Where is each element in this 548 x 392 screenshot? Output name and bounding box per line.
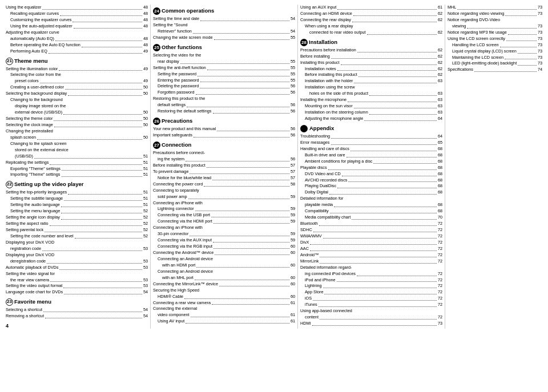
- toc-dots: [64, 196, 142, 201]
- toc-page-num: 64: [438, 116, 442, 122]
- toc-label: iOS: [305, 296, 312, 302]
- section-number: 24: [153, 7, 160, 15]
- toc-label: Changing the preinstalled: [6, 128, 53, 135]
- toc-label: connected to rear video output: [309, 30, 366, 36]
- toc-page-num: 50: [143, 84, 148, 91]
- section-title: Setting up the video player: [14, 181, 83, 187]
- toc-item: Troubleshooting64: [300, 134, 442, 140]
- toc-dots: [357, 47, 437, 52]
- toc-label: iTunes: [305, 302, 317, 308]
- toc-label: Media compatibility chart: [305, 215, 350, 221]
- section-number: 28: [300, 39, 308, 46]
- toc-item: HDMI73: [300, 321, 442, 327]
- toc-page-num: 72: [438, 246, 442, 252]
- toc-item: Recalling equalizer curves48: [6, 11, 148, 17]
- toc-label: Deleting the password: [158, 83, 199, 90]
- toc-dots: [457, 5, 536, 10]
- toc-label: Retriever" function: [158, 29, 192, 35]
- toc-item: Forgotten password56: [153, 90, 295, 96]
- toc-dots: [331, 54, 437, 59]
- toc-label: Displaying your DivX VOD: [6, 252, 54, 258]
- toc-item: Notice regarding video viewing73: [448, 11, 542, 17]
- toc-dots: [188, 194, 289, 199]
- toc-page-num: 73: [538, 55, 542, 61]
- toc-label: Installation using the screw: [305, 84, 355, 91]
- toc-dots: [211, 212, 289, 217]
- toc-label: SDHC: [300, 227, 312, 233]
- toc-dots: [68, 189, 142, 195]
- toc-item: Playable discs68: [300, 165, 442, 171]
- toc-item: Specifications74: [448, 67, 542, 73]
- toc-page-num: 56: [291, 90, 295, 96]
- toc-label: content: [305, 314, 319, 321]
- toc-dots: [506, 36, 537, 41]
- toc-dots: [42, 5, 142, 10]
- toc-page-num: 60: [291, 275, 295, 281]
- toc-dots: [500, 42, 537, 47]
- toc-label: Notice regarding video viewing: [448, 11, 504, 17]
- toc-dots: [42, 246, 142, 251]
- toc-label: Setting the audio language: [10, 202, 60, 208]
- toc-label: with an HDMI port: [162, 262, 195, 269]
- toc-dots: [310, 240, 436, 245]
- toc-item: HDMI® Cable60: [153, 294, 295, 300]
- toc-page-num: 56: [291, 156, 295, 163]
- toc-dots: [59, 265, 142, 270]
- toc-label: Connecting via the RGB input: [158, 244, 212, 250]
- column-2: 24Common operationsSetting the time and …: [151, 5, 298, 329]
- toc-page-num: 72: [438, 277, 442, 284]
- toc-dots: [200, 16, 289, 21]
- toc-page-num: 68: [438, 177, 442, 184]
- toc-dots: [369, 91, 437, 96]
- toc-dots: [320, 314, 437, 320]
- toc-label: Setting the password: [158, 71, 196, 78]
- toc-label: Connecting the MirrorLink™ device: [153, 281, 218, 288]
- toc-label: Installing this product: [300, 60, 340, 66]
- toc-item: Android™72: [300, 252, 442, 258]
- toc-item: Detailed information regard-: [300, 265, 442, 271]
- toc-dots: [207, 163, 289, 168]
- toc-dots: [337, 66, 437, 71]
- toc-dots: [319, 221, 437, 226]
- toc-label: When using a rear display: [305, 23, 353, 30]
- toc-item: Before operating the Auto EQ function48: [6, 42, 148, 49]
- toc-item: viewing73: [448, 23, 542, 30]
- toc-dots: [313, 227, 437, 232]
- section-title: Common operations: [162, 7, 214, 14]
- toc-dots: [62, 172, 142, 177]
- toc-label: Before installing this product: [153, 163, 206, 169]
- col2-sections: 24Common operationsSetting the time and …: [153, 7, 295, 325]
- toc-item: Selecting the clock image50: [6, 122, 148, 128]
- toc-page-num: 51: [143, 172, 148, 178]
- toc-page-num: 54: [291, 16, 295, 22]
- toc-label: Replicating the settings: [6, 160, 49, 166]
- toc-page-num: 62: [438, 72, 442, 78]
- toc-label: external device (USB/SD): [15, 110, 62, 116]
- toc-item: Lightning72: [300, 283, 442, 289]
- toc-page-num: 68: [438, 146, 442, 152]
- toc-label: Liquid crystal display (LCD) screen: [452, 49, 517, 55]
- toc-dots: [62, 166, 142, 171]
- toc-dots: [213, 219, 289, 224]
- toc-label: Detailed information for: [300, 196, 343, 202]
- toc-item: Changing to the background: [6, 97, 148, 103]
- toc-item: 30-pin connector59: [153, 231, 295, 237]
- section-header: 26Precautions: [153, 118, 295, 125]
- section-title: Theme menu: [14, 58, 48, 64]
- toc-page-num: 60: [291, 250, 295, 256]
- toc-page-num: 73: [538, 23, 542, 30]
- toc-page-num: 68: [438, 208, 442, 215]
- toc-dots: [212, 300, 289, 305]
- toc-dots: [334, 202, 437, 207]
- toc-label: rear display: [158, 59, 179, 65]
- toc-page-num: 55: [291, 35, 295, 41]
- toc-dots: [186, 156, 289, 161]
- toc-item: Language code chart for DVDs54: [6, 289, 148, 296]
- toc-item: Connecting an iPhone with: [153, 200, 295, 207]
- toc-page-num: 61: [438, 5, 442, 11]
- toc-page-num: 65: [438, 140, 442, 146]
- toc-dots: [72, 17, 142, 22]
- toc-label: Installation notes: [305, 66, 336, 72]
- toc-dots: [40, 78, 142, 83]
- toc-page-num: 53: [143, 277, 148, 284]
